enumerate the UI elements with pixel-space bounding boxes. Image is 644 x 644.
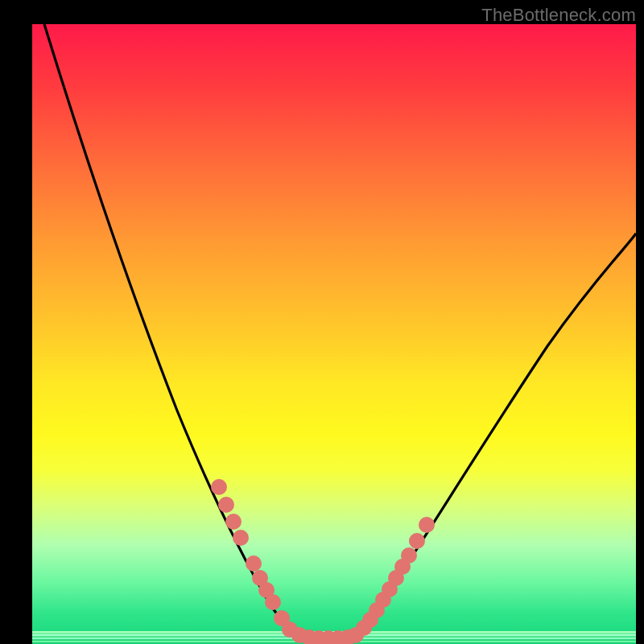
svg-point-1	[218, 497, 234, 513]
svg-point-3	[233, 530, 249, 546]
svg-point-25	[409, 533, 425, 549]
valley-band	[291, 627, 364, 644]
svg-point-26	[419, 517, 435, 533]
frame-left-border	[0, 0, 32, 644]
bottleneck-curve	[32, 24, 636, 644]
svg-point-24	[401, 547, 417, 564]
svg-point-2	[225, 514, 242, 530]
plot-area	[32, 24, 636, 644]
svg-point-4	[246, 555, 262, 572]
chart-frame: TheBottleneck.com	[0, 0, 644, 644]
highlight-dots-right	[356, 517, 435, 636]
highlight-dots-left	[211, 479, 298, 638]
svg-point-0	[211, 479, 227, 495]
watermark-label: TheBottleneck.com	[481, 5, 636, 26]
svg-point-7	[265, 594, 281, 610]
